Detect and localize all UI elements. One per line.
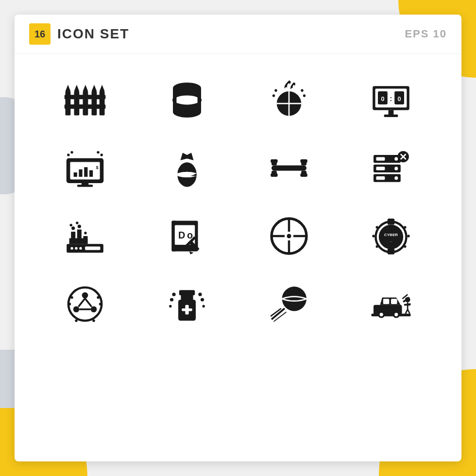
svg-point-71 <box>70 247 73 250</box>
svg-rect-17 <box>198 88 201 112</box>
finance-report-icon-cell: $ <box>34 136 136 200</box>
svg-point-15 <box>173 95 201 105</box>
svg-rect-53 <box>300 159 307 163</box>
svg-point-106 <box>404 226 406 228</box>
fence-icon <box>63 78 107 122</box>
svg-point-81 <box>76 221 78 224</box>
svg-marker-9 <box>100 85 105 92</box>
header: 16 ICON SET EPS 10 <box>15 15 461 54</box>
svg-point-64 <box>394 157 398 161</box>
svg-line-115 <box>85 298 92 306</box>
svg-point-105 <box>372 235 374 237</box>
svg-point-132 <box>169 305 171 307</box>
svg-point-72 <box>75 247 77 250</box>
svg-rect-39 <box>74 172 77 177</box>
svg-marker-8 <box>92 85 97 92</box>
basketball-fire-icon <box>267 78 311 122</box>
svg-rect-141 <box>391 299 397 304</box>
svg-point-93 <box>287 234 291 238</box>
svg-rect-140 <box>383 299 390 304</box>
svg-rect-40 <box>79 170 82 177</box>
svg-point-111 <box>82 292 88 299</box>
svg-rect-11 <box>65 104 106 109</box>
planet-icon <box>267 282 311 326</box>
wrench-icon-cell <box>238 136 340 200</box>
factory-router-icon-cell <box>34 204 136 268</box>
svg-point-65 <box>394 167 398 170</box>
svg-rect-103 <box>388 248 394 255</box>
svg-point-145 <box>394 313 398 316</box>
svg-point-44 <box>67 153 69 156</box>
svg-rect-83 <box>69 238 88 244</box>
svg-point-23 <box>303 94 306 97</box>
cyber-watch-icon: CYBER _ <box>369 214 413 258</box>
svg-point-129 <box>172 293 175 296</box>
barrel-icon <box>165 78 209 122</box>
svg-point-80 <box>78 225 81 228</box>
svg-marker-90 <box>189 252 194 255</box>
svg-rect-41 <box>84 167 87 177</box>
medicine-bottle-icon <box>165 282 209 326</box>
svg-point-79 <box>70 224 72 226</box>
svg-point-131 <box>198 293 202 296</box>
svg-rect-42 <box>89 170 93 177</box>
svg-line-114 <box>79 298 85 306</box>
fence-icon-cell <box>34 68 136 132</box>
svg-point-113 <box>91 306 97 313</box>
svg-point-73 <box>79 247 82 250</box>
planet-icon-cell <box>238 272 340 336</box>
badge-number: 16 <box>29 23 51 45</box>
svg-point-45 <box>70 151 73 153</box>
svg-rect-10 <box>65 95 106 99</box>
share-circle-icon <box>63 282 107 326</box>
share-circle-icon-cell <box>34 272 136 336</box>
svg-rect-38 <box>77 185 93 187</box>
cyber-watch-icon-cell: CYBER _ <box>340 204 442 268</box>
barrel-icon-cell <box>136 68 238 132</box>
svg-point-119 <box>99 303 102 305</box>
easter-egg-icon-cell <box>136 136 238 200</box>
svg-point-134 <box>282 287 306 311</box>
svg-point-121 <box>75 320 77 322</box>
svg-point-143 <box>380 313 383 316</box>
svg-text:0: 0 <box>381 96 384 102</box>
svg-rect-57 <box>300 173 307 177</box>
basketball-fire-icon-cell <box>238 68 340 132</box>
car-accident-icon-cell <box>340 272 442 336</box>
server-error-icon-cell <box>340 136 442 200</box>
target-circle-icon-cell <box>238 204 340 268</box>
easter-egg-icon <box>165 146 209 190</box>
header-title: ICON SET <box>57 26 129 42</box>
car-accident-icon <box>369 282 413 326</box>
svg-rect-61 <box>376 157 385 161</box>
svg-point-66 <box>394 176 398 180</box>
svg-rect-49 <box>272 166 306 171</box>
design-tools-icon-cell: D o <box>136 204 238 268</box>
svg-text:D: D <box>178 230 185 240</box>
svg-point-108 <box>376 245 378 248</box>
svg-marker-6 <box>74 85 80 92</box>
svg-text:0: 0 <box>398 96 401 102</box>
svg-point-78 <box>71 226 75 230</box>
svg-point-130 <box>201 298 204 301</box>
svg-rect-102 <box>388 219 394 225</box>
svg-rect-124 <box>181 294 193 301</box>
svg-point-133 <box>203 305 205 307</box>
scoreboard-icon-cell: 0 0 : <box>340 68 442 132</box>
svg-rect-33 <box>384 115 398 117</box>
svg-rect-74 <box>85 247 101 250</box>
svg-rect-62 <box>376 167 385 170</box>
svg-point-24 <box>301 89 303 92</box>
svg-point-120 <box>97 296 99 299</box>
svg-point-107 <box>407 235 409 237</box>
svg-point-21 <box>272 94 275 97</box>
svg-rect-125 <box>179 290 195 295</box>
scoreboard-icon: 0 0 : <box>369 78 413 122</box>
svg-text:_: _ <box>390 238 392 242</box>
svg-marker-5 <box>66 85 71 92</box>
finance-report-icon: $ <box>63 146 107 190</box>
svg-point-22 <box>274 89 277 92</box>
server-error-icon <box>369 146 413 190</box>
svg-marker-7 <box>83 85 88 92</box>
svg-rect-55 <box>271 173 277 177</box>
